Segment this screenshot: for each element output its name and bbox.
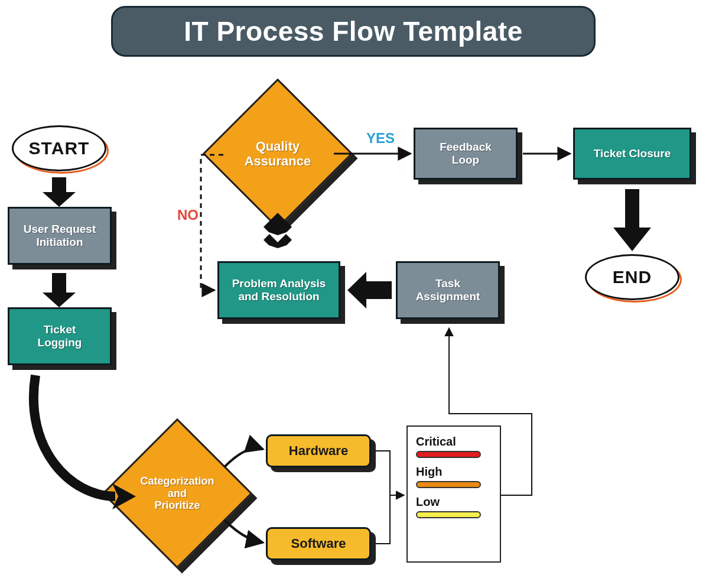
priority-critical-label: Critical (416, 435, 492, 449)
node-hardware: Hardware (266, 434, 371, 467)
node-quality-assurance-label: QualityAssurance (225, 100, 331, 207)
node-problem-analysis: Problem Analysisand Resolution (217, 261, 340, 319)
node-hardware-label: Hardware (266, 434, 371, 467)
flowchart-canvas: IT Process Flow Template START User Requ… (0, 0, 709, 588)
node-categorize-label: CategorizationandPrioritize (124, 440, 230, 547)
priority-critical-bar (416, 451, 481, 458)
priority-high-label: High (416, 465, 492, 479)
node-problem-analysis-label: Problem Analysisand Resolution (217, 261, 340, 319)
start-terminator: START (12, 125, 106, 171)
arrow-task-to-problem (347, 272, 392, 308)
qa-yes-label: YES (366, 130, 395, 147)
priority-panel: Critical High Low (406, 425, 501, 563)
priority-high: High (416, 465, 492, 488)
node-ticket-logging: TicketLogging (8, 307, 112, 365)
merge-hardware-software-to-priority (376, 451, 404, 544)
node-ticket-logging-label: TicketLogging (8, 307, 112, 365)
node-task-assignment: TaskAssignment (396, 261, 500, 319)
priority-high-bar (416, 481, 481, 488)
node-feedback-loop: FeedbackLoop (414, 128, 518, 180)
priority-critical: Critical (416, 435, 492, 458)
priority-low-bar (416, 511, 481, 518)
arrow-user-request-to-ticket-logging (43, 273, 76, 307)
svg-marker-4 (264, 226, 292, 254)
end-terminator: END (585, 254, 679, 300)
node-software: Software (266, 527, 371, 560)
svg-marker-5 (267, 245, 288, 255)
node-ticket-closure: Ticket Closure (573, 128, 691, 180)
start-label: START (12, 125, 106, 171)
node-categorize-decision: CategorizationandPrioritize (124, 440, 230, 547)
node-task-assignment-label: TaskAssignment (396, 261, 500, 319)
node-feedback-loop-label: FeedbackLoop (414, 128, 518, 180)
node-quality-assurance-decision: QualityAssurance (225, 100, 331, 207)
priority-low-label: Low (416, 495, 492, 509)
svg-marker-1 (43, 273, 76, 307)
qa-no-label: NO (177, 207, 199, 223)
arrow-closure-to-end (613, 189, 651, 251)
svg-marker-7 (267, 232, 288, 242)
svg-marker-3 (347, 272, 392, 308)
priority-low: Low (416, 495, 492, 518)
node-user-request-label: User RequestInitiation (8, 207, 112, 265)
arrow-start-to-user-request (43, 177, 76, 207)
node-user-request: User RequestInitiation (8, 207, 112, 265)
svg-marker-0 (43, 177, 76, 207)
end-label: END (585, 254, 679, 300)
diagram-title: IT Process Flow Template (111, 6, 596, 57)
node-software-label: Software (266, 527, 371, 560)
node-ticket-closure-label: Ticket Closure (573, 128, 691, 180)
svg-marker-8 (613, 189, 651, 251)
